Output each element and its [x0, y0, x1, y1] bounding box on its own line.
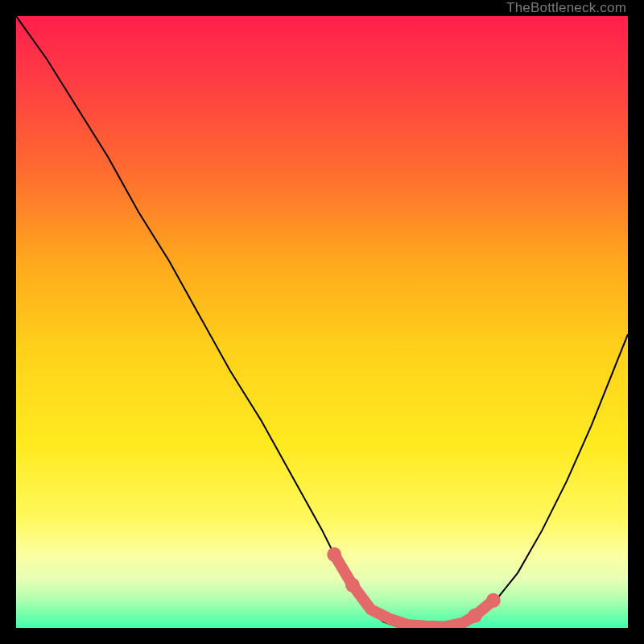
curve-layer [16, 16, 628, 628]
plot-area [16, 16, 628, 628]
highlight-dot [327, 547, 341, 562]
highlight-dot [486, 593, 501, 608]
chart-frame: TheBottleneck.com [0, 0, 644, 644]
highlight-dot [345, 578, 360, 592]
bottleneck-curve [16, 16, 628, 628]
highlight-dot [468, 609, 482, 623]
highlight-markers [327, 547, 501, 627]
watermark-text: TheBottleneck.com [506, 0, 626, 16]
